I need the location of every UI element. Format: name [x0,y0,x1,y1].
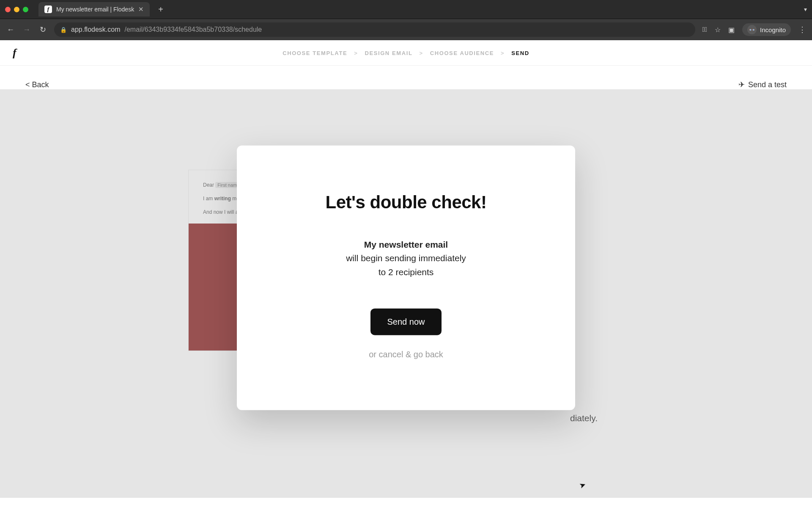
panel-icon[interactable]: ▣ [728,26,735,34]
canvas-area: Dear First name I am writing mo And now … [0,89,812,498]
window-minimize-button[interactable] [14,7,19,12]
bookmark-star-icon[interactable]: ☆ [715,26,721,34]
paper-plane-icon: ✈ [738,80,745,89]
lock-icon: 🔒 [60,27,67,33]
confirm-send-modal: Let's double check! My newsletter email … [237,145,575,410]
modal-email-name: My newsletter email [262,237,550,251]
page-toolbar: < Back ✈ Send a test [0,66,812,89]
nav-back-button[interactable]: ← [6,25,15,34]
url-field[interactable]: 🔒 app.flodesk.com/email/6343b9334fe5843b… [54,22,695,37]
modal-line-3: to 2 recipients [262,265,550,279]
step-choose-audience[interactable]: CHOOSE AUDIENCE [430,50,494,56]
browser-tab[interactable]: f My newsletter email | Flodesk ✕ [38,2,150,17]
window-close-button[interactable] [5,7,11,12]
titlebar: f My newsletter email | Flodesk ✕ + ▾ [0,0,812,19]
cancel-go-back-link[interactable]: or cancel & go back [262,350,550,359]
tab-favicon: f [44,6,52,13]
tabs-overflow-icon[interactable]: ▾ [804,6,807,13]
traffic-lights [5,7,28,12]
modal-title: Let's double check! [262,192,550,212]
chevron-right-icon: > [354,50,358,56]
send-test-label: Send a test [748,80,787,89]
send-now-button[interactable]: Send now [370,309,442,335]
browser-window: f My newsletter email | Flodesk ✕ + ▾ ← … [0,0,812,508]
url-path: /email/6343b9334fe5843ba5b70338/schedule [125,26,262,33]
incognito-icon: 👓 [747,25,757,34]
toolbar-right-icons: 👁⃠ ☆ ▣ 👓 Incognito ⋮ [702,23,806,36]
url-host: app.flodesk.com [71,26,121,33]
new-tab-button[interactable]: + [158,5,163,14]
modal-line-2: will begin sending immediately [262,251,550,265]
browser-menu-button[interactable]: ⋮ [798,25,806,34]
send-test-button[interactable]: ✈ Send a test [738,80,787,89]
back-link[interactable]: < Back [25,80,49,89]
incognito-indicator[interactable]: 👓 Incognito [742,23,791,36]
window-maximize-button[interactable] [23,7,28,12]
chevron-right-icon: > [420,50,423,56]
step-design-email[interactable]: DESIGN EMAIL [365,50,412,56]
app-viewport: f CHOOSE TEMPLATE > DESIGN EMAIL > CHOOS… [0,40,812,508]
flodesk-logo[interactable]: f [13,47,16,59]
step-send[interactable]: SEND [511,50,529,56]
eye-off-icon[interactable]: 👁⃠ [702,26,707,33]
address-bar: ← → ↻ 🔒 app.flodesk.com/email/6343b9334f… [0,19,812,40]
wizard-stepper: CHOOSE TEMPLATE > DESIGN EMAIL > CHOOSE … [0,40,812,66]
incognito-label: Incognito [760,26,786,33]
tab-title: My newsletter email | Flodesk [56,6,134,13]
nav-forward-button[interactable]: → [22,25,31,34]
app-header: f CHOOSE TEMPLATE > DESIGN EMAIL > CHOOS… [0,40,812,66]
chevron-right-icon: > [501,50,505,56]
tab-close-icon[interactable]: ✕ [138,6,144,13]
step-choose-template[interactable]: CHOOSE TEMPLATE [283,50,347,56]
nav-reload-button[interactable]: ↻ [38,25,47,34]
